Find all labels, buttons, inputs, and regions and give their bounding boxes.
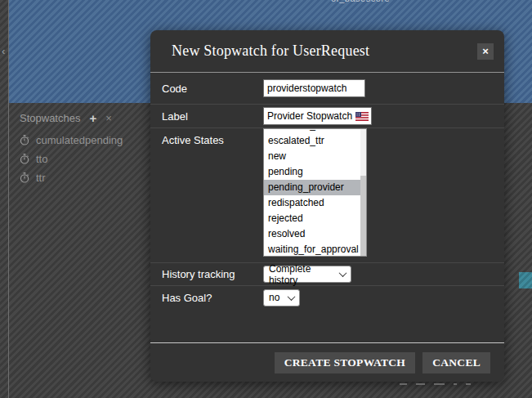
label-input[interactable]: Provider Stopwatch (263, 107, 372, 125)
history-tracking-select[interactable]: Complete history (263, 266, 351, 283)
active-state-option[interactable]: pending_provider (264, 180, 360, 195)
sidebar-item-list: cumulatedpendingttottr (20, 135, 123, 183)
app-background: ‹ of_basescore Stopwatches + × cumulated… (0, 0, 532, 398)
stopwatch-icon (20, 172, 29, 183)
code-label: Code (162, 83, 263, 95)
sidebar-item-label: ttr (36, 172, 46, 184)
active-state-option[interactable]: pending (264, 164, 360, 180)
scroll-indicator (519, 272, 532, 288)
stopwatches-sidebar: Stopwatches + × cumulatedpendingttottr (20, 112, 123, 191)
sidebar-title: Stopwatches (20, 112, 80, 124)
has-goal-row: Has Goal? no (150, 286, 504, 309)
close-panel-icon[interactable]: × (105, 113, 112, 123)
code-input[interactable] (263, 79, 365, 97)
history-tracking-label: History tracking (162, 268, 263, 280)
sidebar-item-ttr[interactable]: ttr (20, 172, 123, 183)
collapse-arrow-icon[interactable]: ‹ (2, 46, 5, 56)
dialog-title: New Stopwatch for UserRequest (172, 42, 477, 60)
history-tracking-value: Complete history (269, 263, 333, 286)
stopwatch-icon (20, 154, 29, 164)
sidebar-header: Stopwatches + × (20, 112, 123, 124)
sidebar-item-label: tto (36, 153, 47, 165)
active-states-label: Active States (162, 128, 263, 146)
has-goal-select[interactable]: no (263, 289, 300, 306)
close-icon[interactable]: × (477, 43, 494, 60)
stopwatch-icon (20, 135, 29, 145)
has-goal-label: Has Goal? (162, 292, 263, 304)
active-state-option[interactable]: escalated_ttr (264, 133, 360, 149)
panel-divider (8, 0, 9, 398)
active-state-option[interactable]: resolved (264, 226, 360, 242)
us-flag-icon (355, 112, 369, 121)
clipped-underlying-text (400, 383, 471, 385)
chevron-down-icon (288, 293, 296, 301)
create-stopwatch-button[interactable]: CREATE STOPWATCH (275, 352, 415, 373)
code-field-row: Code (150, 73, 504, 105)
clipped-top-text: of_basescore (331, 0, 390, 3)
new-stopwatch-dialog: New Stopwatch for UserRequest × Code Lab… (150, 30, 504, 382)
add-stopwatch-icon[interactable]: + (89, 112, 96, 124)
active-states-listbox[interactable]: escalated_ttoescalated_ttrnewpendingpend… (263, 128, 367, 257)
cancel-button[interactable]: CANCEL (422, 352, 490, 373)
active-state-option[interactable]: waiting_for_approval (264, 242, 360, 257)
dialog-header: New Stopwatch for UserRequest × (150, 30, 504, 73)
dialog-footer: CREATE STOPWATCH CANCEL (150, 342, 504, 382)
sidebar-item-cumulatedpending[interactable]: cumulatedpending (20, 135, 123, 145)
active-state-option[interactable]: redispatched (264, 195, 360, 211)
sidebar-item-tto[interactable]: tto (20, 154, 123, 164)
active-states-row: Active States escalated_ttoescalated_ttr… (150, 128, 504, 263)
scrollbar-thumb[interactable] (360, 176, 366, 256)
listbox-scrollbar[interactable] (360, 129, 366, 256)
label-label: Label (162, 110, 263, 123)
active-state-option[interactable]: rejected (264, 211, 360, 226)
label-input-value: Provider Stopwatch (267, 110, 352, 122)
active-state-option[interactable]: new (264, 149, 360, 164)
has-goal-value: no (269, 292, 279, 303)
sidebar-item-label: cumulatedpending (36, 134, 123, 146)
label-field-row: Label Provider Stopwatch (150, 105, 504, 128)
chevron-down-icon (339, 269, 347, 277)
history-tracking-row: History tracking Complete history (150, 263, 504, 286)
